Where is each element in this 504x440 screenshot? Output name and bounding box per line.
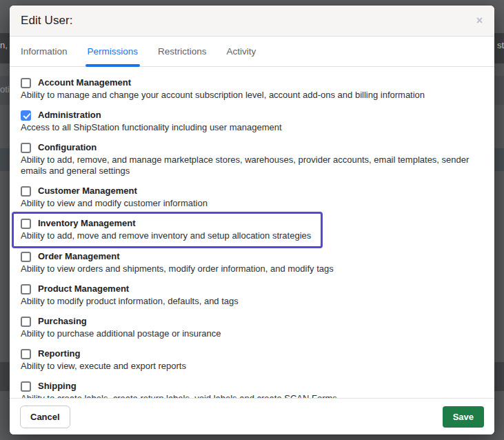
permission-description: Ability to view orders and shipments, mo… [21, 263, 483, 274]
permission-label: Inventory Management [38, 218, 136, 229]
close-icon[interactable]: × [474, 12, 485, 29]
product-management-checkbox[interactable] [21, 284, 31, 294]
tab-activity[interactable]: Activity [227, 37, 256, 66]
inventory-management-checkbox[interactable] [21, 219, 31, 229]
permission-label: Administration [38, 110, 101, 121]
purchasing-checkbox[interactable] [21, 317, 31, 327]
permission-label: Account Management [38, 77, 131, 88]
permission-item-administration: Administration Access to all ShipStation… [21, 110, 483, 133]
account-management-checkbox[interactable] [21, 78, 31, 88]
permission-item-inventory-management: Inventory Management Ability to add, mov… [12, 212, 323, 248]
permission-item-configuration: Configuration Ability to add, remove, an… [21, 142, 483, 177]
permission-description: Ability to view, execute and export repo… [21, 361, 483, 372]
permission-label: Reporting [38, 348, 80, 359]
permission-label: Configuration [38, 142, 97, 153]
permission-description: Ability to purchase additional postage o… [21, 328, 483, 339]
permission-label: Purchasing [38, 316, 87, 327]
save-button[interactable]: Save [443, 406, 484, 428]
permission-description: Ability to add, remove, and manage marke… [21, 154, 483, 177]
tab-permissions[interactable]: Permissions [88, 37, 139, 66]
permissions-list: Account Management Ability to manage and… [10, 67, 494, 404]
permission-item-product-management: Product Management Ability to modify pro… [21, 283, 483, 307]
permission-item-account-management: Account Management Ability to manage and… [21, 77, 483, 101]
permission-description: Ability to add, move and remove inventor… [21, 230, 314, 241]
permission-description: Access to all ShipStation functionality … [21, 122, 483, 133]
customer-management-checkbox[interactable] [21, 186, 31, 197]
permission-description: Ability to view and modify customer info… [21, 198, 483, 209]
permission-label: Order Management [38, 251, 119, 262]
dialog-title: Edit User: [21, 14, 73, 28]
permission-description: Ability to modify product information, d… [21, 296, 483, 307]
dialog-header: Edit User: × [10, 6, 494, 37]
edit-user-dialog: Edit User: × Information Permissions Res… [10, 6, 494, 434]
dialog-tabs: Information Permissions Restrictions Act… [10, 37, 494, 67]
permission-label: Shipping [38, 381, 77, 392]
administration-checkbox[interactable] [21, 110, 31, 121]
reporting-checkbox[interactable] [21, 349, 31, 359]
permission-label: Customer Management [38, 186, 137, 197]
configuration-checkbox[interactable] [21, 143, 31, 153]
order-management-checkbox[interactable] [21, 252, 31, 262]
permission-item-customer-management: Customer Management Ability to view and … [21, 186, 483, 209]
permission-description: Ability to manage and change your accoun… [21, 90, 483, 101]
cancel-button[interactable]: Cancel [20, 406, 70, 428]
dialog-footer: Cancel Save [10, 398, 494, 434]
background-text-fragment: st [497, 40, 504, 50]
tab-information[interactable]: Information [21, 37, 68, 66]
shipping-checkbox[interactable] [21, 381, 31, 392]
tab-restrictions[interactable]: Restrictions [158, 37, 207, 66]
permission-item-reporting: Reporting Ability to view, execute and e… [21, 348, 483, 372]
permission-label: Product Management [38, 283, 129, 294]
permission-item-order-management: Order Management Ability to view orders … [21, 251, 483, 274]
permission-item-purchasing: Purchasing Ability to purchase additiona… [21, 316, 483, 339]
